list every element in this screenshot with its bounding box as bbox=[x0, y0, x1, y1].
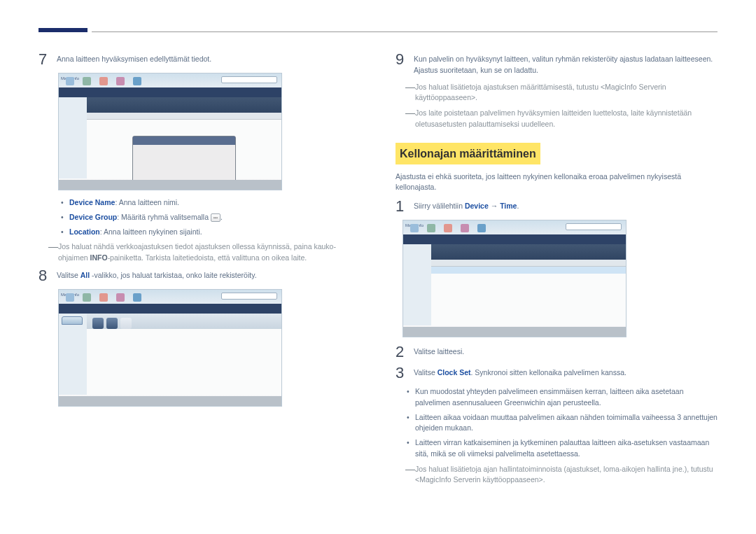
section-intro: Ajastusta ei ehkä suoriteta, jos laittee… bbox=[396, 171, 718, 194]
tab-bar bbox=[59, 304, 281, 314]
step-text: Valitse laitteesi. bbox=[414, 344, 718, 358]
step-text: Valitse Clock Set. Synkronoi sitten kell… bbox=[414, 365, 718, 379]
step-8: 8 Valitse All -valikko, jos haluat tarki… bbox=[38, 268, 360, 283]
screenshot-approve-dialog: MagicInfo bbox=[58, 73, 282, 190]
header-line bbox=[92, 30, 718, 32]
step-number: 1 bbox=[396, 199, 414, 214]
note-text: Jos haluat lisätietoja ajastuksen määrit… bbox=[415, 82, 718, 104]
header-rule bbox=[38, 28, 718, 32]
step-7: 7 Anna laitteen hyväksymisen edellyttämä… bbox=[38, 52, 360, 67]
dash-icon: ― bbox=[405, 464, 415, 486]
main-area bbox=[87, 97, 281, 178]
field-list: Device Name: Anna laitteen nimi. Device … bbox=[61, 197, 360, 237]
note: ― Jos haluat lisätietoja ajan hallintato… bbox=[405, 464, 718, 486]
two-column-layout: 7 Anna laitteen hyväksymisen edellyttämä… bbox=[38, 52, 718, 490]
left-column: 7 Anna laitteen hyväksymisen edellyttämä… bbox=[38, 52, 360, 490]
step-number: 7 bbox=[38, 52, 57, 67]
section-heading: Kellonajan määrittäminen bbox=[396, 143, 540, 164]
nav-icons bbox=[66, 293, 141, 302]
selected-row bbox=[431, 267, 626, 274]
nav-icons bbox=[410, 224, 486, 232]
step-2: 2 Valitse laitteesi. bbox=[396, 344, 718, 360]
sidebar bbox=[59, 314, 87, 395]
header-accent bbox=[38, 28, 88, 32]
step-number: 9 bbox=[396, 52, 414, 67]
step-number: 3 bbox=[396, 365, 414, 381]
list-item: Laitteen virran katkaiseminen ja kytkemi… bbox=[407, 437, 718, 460]
sidebar bbox=[403, 244, 431, 325]
step-number: 8 bbox=[38, 268, 57, 283]
tab-bar bbox=[59, 87, 281, 97]
note: ― Jos haluat lisätietoja ajastuksen määr… bbox=[405, 82, 718, 104]
field-key: Location bbox=[69, 227, 100, 236]
field-key: Device Group bbox=[69, 213, 117, 221]
step-number: 2 bbox=[396, 344, 414, 360]
browse-button-icon: ••• bbox=[211, 213, 220, 222]
toolbar bbox=[87, 97, 281, 113]
step-text: Kun palvelin on hyväksynyt laitteen, val… bbox=[414, 52, 718, 76]
tab-bar bbox=[403, 234, 626, 244]
screenshot-device-time: MagicInfo bbox=[402, 220, 626, 337]
list-item: Location: Anna laitteen nykyinen sijaint… bbox=[61, 227, 360, 238]
note: ― Jos laite poistetaan palvelimen hyväks… bbox=[405, 108, 718, 130]
main-area bbox=[431, 244, 626, 325]
step-text: Valitse All -valikko, jos haluat tarkist… bbox=[57, 268, 360, 281]
list-item: Laitteen aikaa voidaan muuttaa palvelime… bbox=[407, 412, 718, 435]
list-item: Kun muodostat yhteyden palvelimeen ensim… bbox=[407, 386, 718, 409]
sidebar bbox=[59, 97, 87, 178]
list-item: Device Group: Määritä ryhmä valitsemalla… bbox=[61, 212, 360, 223]
main-area bbox=[87, 314, 281, 395]
dash-icon: ― bbox=[48, 241, 58, 264]
sub-list: Kun muodostat yhteyden palvelimeen ensim… bbox=[407, 386, 718, 460]
step-text: Anna laitteen hyväksymisen edellyttämät … bbox=[57, 52, 360, 65]
dash-icon: ― bbox=[405, 108, 415, 130]
step-text: Siirry välilehtiin Device → Time. bbox=[414, 199, 718, 212]
search-box bbox=[566, 223, 622, 230]
nav-icons bbox=[66, 77, 141, 85]
screenshot-all-view: MagicInfo bbox=[58, 289, 282, 407]
step-9: 9 Kun palvelin on hyväksynyt laitteen, v… bbox=[396, 52, 718, 76]
note-text: Jos haluat lisätietoja ajan hallintatoim… bbox=[415, 464, 718, 486]
dash-icon: ― bbox=[405, 82, 415, 104]
note: ― Jos haluat nähdä verkkoajastuksen tied… bbox=[48, 241, 360, 264]
list-item: Device Name: Anna laitteen nimi. bbox=[61, 197, 360, 209]
right-column: 9 Kun palvelin on hyväksynyt laitteen, v… bbox=[396, 52, 718, 490]
search-box bbox=[221, 76, 277, 83]
step-3: 3 Valitse Clock Set. Synkronoi sitten ke… bbox=[396, 365, 718, 381]
note-text: Jos haluat nähdä verkkoajastuksen tiedot… bbox=[58, 241, 360, 264]
toolbar bbox=[431, 244, 626, 260]
search-box bbox=[221, 293, 277, 300]
step-1: 1 Siirry välilehtiin Device → Time. bbox=[396, 199, 718, 214]
field-key: Device Name bbox=[69, 198, 115, 206]
note-text: Jos laite poistetaan palvelimen hyväksym… bbox=[415, 108, 718, 130]
